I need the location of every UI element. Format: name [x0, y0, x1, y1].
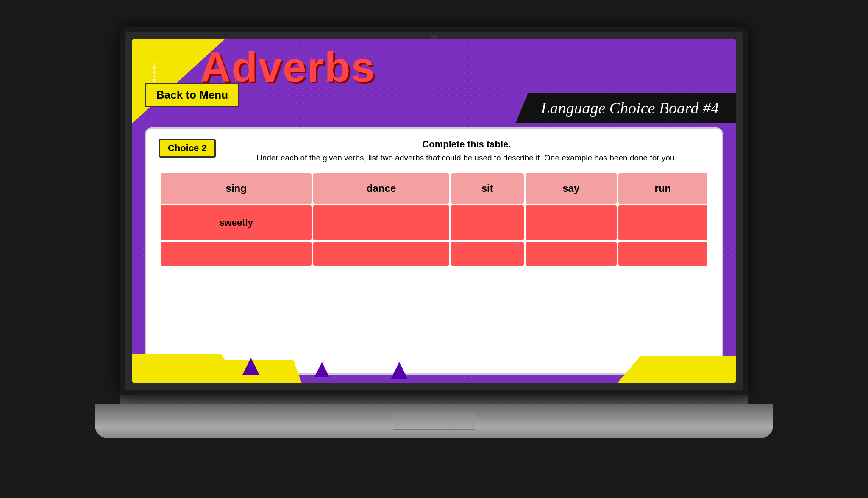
cell-row1-col2[interactable] [313, 205, 449, 240]
col-header-say: say [526, 173, 617, 204]
main-content-area: Choice 2 Complete this table. Under each… [132, 123, 736, 383]
screen: © Jennifer Findley Adverbs Back to Menu … [132, 39, 736, 383]
laptop-touchpad[interactable] [392, 413, 476, 430]
choice-board-banner: Language Choice Board #4 [515, 93, 736, 123]
cell-row1-col4[interactable] [526, 205, 617, 240]
cell-row1-col3[interactable] [451, 205, 524, 240]
instruction-sub-text: Under each of the given verbs, list two … [224, 152, 709, 164]
cell-row2-col1[interactable] [161, 242, 312, 266]
col-header-dance: dance [313, 173, 449, 204]
col-header-run: run [618, 173, 707, 204]
laptop-container: © Jennifer Findley Adverbs Back to Menu … [95, 27, 773, 471]
cell-row1-col5[interactable] [618, 205, 707, 240]
back-button-container: Back to Menu [145, 83, 239, 107]
col-header-sing: sing [161, 173, 312, 204]
cell-row1-col1[interactable]: sweetly [161, 205, 312, 240]
back-to-menu-button[interactable]: Back to Menu [145, 83, 239, 107]
choice-board-title: Language Choice Board #4 [541, 99, 719, 117]
card-header: Choice 2 Complete this table. Under each… [159, 139, 709, 164]
header-area: © Jennifer Findley Adverbs Back to Menu … [132, 39, 736, 123]
laptop-base [95, 404, 773, 438]
table-row [161, 242, 707, 266]
adverbs-table: sing dance sit say run sweetly [159, 172, 709, 267]
slide-content: © Jennifer Findley Adverbs Back to Menu … [132, 39, 736, 383]
table-header-row: sing dance sit say run [161, 173, 707, 204]
cell-row2-col3[interactable] [451, 242, 524, 266]
table-row: sweetly [161, 205, 707, 240]
cell-row2-col5[interactable] [618, 242, 707, 266]
laptop-hinge [120, 395, 748, 404]
screen-bezel: © Jennifer Findley Adverbs Back to Menu … [120, 27, 748, 395]
cell-row2-col4[interactable] [526, 242, 617, 266]
col-header-sit: sit [451, 173, 524, 204]
instructions-block: Complete this table. Under each of the g… [224, 139, 709, 164]
instruction-main-text: Complete this table. [224, 139, 709, 150]
choice-badge: Choice 2 [159, 139, 216, 158]
cell-row2-col2[interactable] [313, 242, 449, 266]
content-card: Choice 2 Complete this table. Under each… [145, 127, 723, 375]
